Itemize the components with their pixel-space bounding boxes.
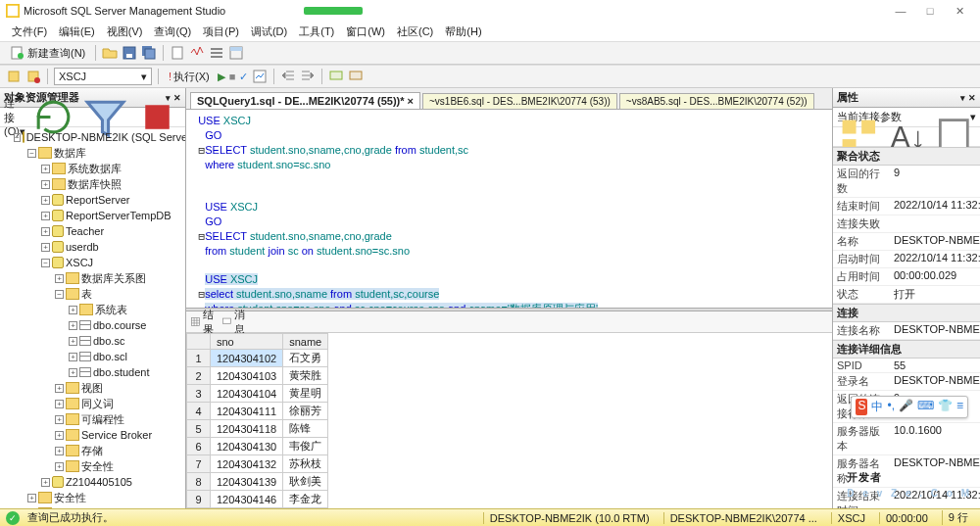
stop-icon[interactable]: ■ (229, 71, 236, 82)
tree-xscj[interactable]: XSCJ (66, 255, 93, 270)
tree-sc[interactable]: dbo.sc (93, 333, 124, 349)
debug-play-icon[interactable]: ▶ (218, 71, 225, 83)
app-icon (6, 4, 20, 18)
messages-tab[interactable]: 消息 (221, 308, 245, 337)
exec-rows: 9 行 (942, 510, 974, 525)
menu-debug[interactable]: 调试(D) (247, 24, 291, 39)
menu-query[interactable]: 查询(Q) (150, 24, 195, 39)
table-row[interactable]: 21204304103黄荣胜 (187, 367, 328, 385)
table-row[interactable]: 71204304132苏秋枝 (187, 455, 328, 473)
maximize-button[interactable]: □ (915, 5, 945, 17)
menu-edit[interactable]: 编辑(E) (55, 24, 99, 39)
tree-z21[interactable]: Z2104405105 (66, 474, 132, 490)
cat-detail: 连接详细信息 (833, 340, 980, 359)
change-conn-icon[interactable] (25, 69, 41, 84)
ime-toolbar[interactable]: S 中 •, 🎤 ⌨ 👕 ≡ (851, 396, 968, 418)
results-tab[interactable]: 结果 (190, 308, 214, 337)
tree-security2[interactable]: 安全性 (54, 490, 86, 505)
tree-student[interactable]: dbo.student (93, 364, 150, 380)
properties-title: 属性 (837, 90, 858, 105)
menu-view[interactable]: 视图(V) (103, 24, 147, 39)
new-query-label: 新建查询(N) (27, 46, 85, 61)
tree-serverobjects[interactable]: 服务器对象 (54, 505, 108, 508)
list-icon[interactable] (209, 45, 224, 61)
comment-icon[interactable] (328, 69, 344, 84)
tree-teacher[interactable]: Teacher (66, 223, 104, 239)
ime-skin-icon[interactable]: 👕 (938, 399, 953, 415)
query-toolbar: XSCJ ▾ ! 执行(X) ▶ ■ ✓ (0, 65, 980, 88)
tab-sqlquery1[interactable]: SQLQuery1.sql - DE...ME2IK\20774 (55))* … (190, 92, 420, 109)
uncomment-icon[interactable] (348, 69, 364, 84)
msg-icon (221, 316, 232, 327)
parse-icon[interactable]: ✓ (239, 71, 248, 83)
ime-punct-icon[interactable]: •, (887, 399, 895, 415)
ime-cn-icon[interactable]: 中 (871, 399, 883, 415)
table-row[interactable]: 51204304118陈锋 (187, 420, 328, 438)
activity-icon[interactable] (189, 45, 205, 61)
tree-databases[interactable]: 数据库 (54, 145, 86, 161)
new-query-button[interactable]: 新建查询(N) (6, 44, 89, 62)
tree-storage[interactable]: 存储 (81, 443, 103, 458)
ime-menu-icon[interactable]: ≡ (956, 399, 963, 415)
tree-snapshot[interactable]: 数据库快照 (68, 176, 122, 192)
open-icon[interactable] (102, 45, 118, 61)
tree-tables[interactable]: 表 (81, 286, 92, 302)
tree-security[interactable]: 安全性 (81, 458, 114, 474)
table-row[interactable]: 91204304146李金龙 (187, 491, 328, 508)
minimize-button[interactable]: — (886, 5, 915, 17)
tree-sysdb[interactable]: 系统数据库 (68, 161, 122, 176)
ime-mic-icon[interactable]: 🎤 (899, 399, 913, 415)
execute-button[interactable]: ! 执行(X) (165, 69, 214, 85)
tree-views[interactable]: 视图 (81, 380, 103, 396)
result-grid[interactable]: snosname11204304102石文勇21204304103黄荣胜3120… (186, 333, 832, 508)
table-row[interactable]: 81204304139耿剑美 (187, 473, 328, 491)
tree-diagram[interactable]: 数据库关系图 (81, 270, 146, 286)
tree-course[interactable]: dbo.course (93, 317, 146, 333)
sogou-icon: S (856, 399, 867, 415)
indent-icon[interactable] (300, 69, 316, 84)
svg-rect-19 (350, 72, 362, 79)
svg-rect-24 (861, 120, 875, 134)
svg-rect-13 (230, 47, 242, 51)
props-icon[interactable] (228, 45, 244, 61)
tab-vs8ab5[interactable]: ~vs8AB5.sql - DES...BME2IK\20774 (52)) (619, 93, 814, 109)
tree-programmability[interactable]: 可编程性 (81, 411, 124, 427)
ime-keyboard-icon[interactable]: ⌨ (917, 399, 934, 415)
estimate-plan-icon[interactable] (252, 69, 268, 84)
tree-synonyms[interactable]: 同义词 (81, 396, 114, 411)
tree-server[interactable]: DESKTOP-NBME2IK (SQL Server 10.0.160 (26, 129, 185, 145)
sql-editor[interactable]: USE XSCJ GO ⊟SELECT student.sno,sname,cn… (186, 110, 832, 308)
table-row[interactable]: 41204304111徐丽芳 (187, 403, 328, 420)
tree-scl[interactable]: dbo.scl (93, 349, 127, 364)
tree-servicebroker[interactable]: Service Broker (81, 427, 152, 443)
menu-tools[interactable]: 工具(T) (295, 24, 338, 39)
menu-project[interactable]: 项目(P) (199, 24, 243, 39)
title-bar: Microsoft SQL Server Management Studio —… (0, 0, 980, 22)
progress-pill (304, 7, 363, 15)
save-all-icon[interactable] (141, 45, 157, 61)
tree-rs[interactable]: ReportServer (66, 192, 129, 208)
tab-vs1be6[interactable]: ~vs1BE6.sql - DES...BME2IK\20774 (53)) (422, 93, 617, 109)
connect-icon[interactable] (6, 69, 22, 84)
folder-icon (38, 147, 52, 159)
properties-grid[interactable]: 聚合状态 返回的行数9 结束时间2022/10/14 11:32:0 连接失败 … (833, 147, 980, 508)
tree-rst[interactable]: ReportServerTempDB (66, 208, 172, 223)
table-row[interactable]: 31204304104黄星明 (187, 385, 328, 403)
table-row[interactable]: 61204304130韦俊广 (187, 438, 328, 455)
close-button[interactable]: ✕ (945, 5, 974, 18)
tree-systables[interactable]: 系统表 (95, 302, 127, 317)
menu-help[interactable]: 帮助(H) (441, 24, 485, 39)
outdent-icon[interactable] (280, 69, 296, 84)
exec-msg: 查询已成功执行。 (27, 510, 114, 525)
menu-community[interactable]: 社区(C) (393, 24, 437, 39)
panel-close-icon[interactable]: ▾ ✕ (960, 93, 976, 103)
table-row[interactable]: 11204304102石文勇 (187, 350, 328, 367)
svg-rect-23 (843, 120, 857, 134)
save-icon[interactable] (122, 45, 137, 61)
menu-file[interactable]: 文件(F) (8, 24, 51, 39)
tree-userdb[interactable]: userdb (66, 239, 99, 255)
menu-window[interactable]: 窗口(W) (342, 24, 389, 39)
database-combo[interactable]: XSCJ ▾ (54, 68, 152, 85)
doc-icon[interactable] (170, 45, 185, 61)
object-tree[interactable]: −DESKTOP-NBME2IK (SQL Server 10.0.160 −数… (0, 127, 185, 508)
